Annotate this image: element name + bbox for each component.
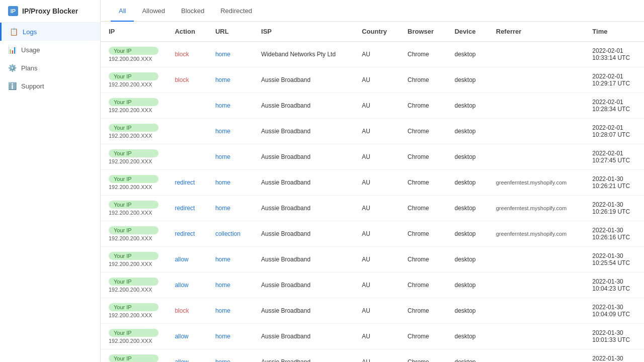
url-link[interactable]: home — [215, 333, 230, 340]
col-ip: IP — [101, 22, 167, 42]
cell-device: desktop — [446, 324, 488, 349]
url-link[interactable]: home — [215, 282, 230, 289]
cell-browser: Chrome — [399, 324, 446, 349]
tab-redirected[interactable]: Redirected — [212, 0, 260, 22]
cell-isp: Aussie Broadband — [253, 170, 354, 196]
url-link[interactable]: home — [215, 358, 230, 362]
cell-url[interactable]: home — [207, 67, 253, 93]
sidebar-item-usage[interactable]: 📊 Usage — [0, 41, 100, 59]
cell-ip: Your IP192.200.200.XXX — [101, 144, 167, 170]
col-time: Time — [584, 22, 644, 42]
cell-browser: Chrome — [399, 119, 446, 144]
ip-address: 192.200.200.XXX — [109, 133, 158, 139]
action-label: redirect — [175, 205, 195, 212]
action-label: block — [175, 51, 189, 58]
cell-time: 2022-02-0110:33:14 UTC — [584, 42, 644, 67]
sidebar-label-usage: Usage — [21, 46, 40, 54]
table-row: Your IP192.200.200.XXXhomeAussie Broadba… — [101, 119, 644, 144]
usage-icon: 📊 — [8, 46, 16, 54]
url-link[interactable]: home — [215, 205, 230, 212]
cell-url[interactable]: home — [207, 119, 253, 144]
cell-referrer — [488, 144, 585, 170]
cell-action: block — [167, 42, 207, 67]
cell-url[interactable]: home — [207, 93, 253, 119]
cell-isp: Aussie Broadband — [253, 273, 354, 298]
url-link[interactable]: home — [215, 179, 230, 186]
sidebar-label-support: Support — [21, 82, 44, 90]
cell-country: AU — [354, 324, 399, 349]
cell-url[interactable]: collection — [207, 221, 253, 247]
tab-all[interactable]: All — [111, 0, 134, 22]
cell-time: 2022-02-0110:27:45 UTC — [584, 144, 644, 170]
cell-country: AU — [354, 144, 399, 170]
cell-isp: Aussie Broadband — [253, 144, 354, 170]
url-link[interactable]: home — [215, 51, 230, 58]
cell-url[interactable]: home — [207, 273, 253, 298]
cell-referrer — [488, 67, 585, 93]
ip-address: 192.200.200.XXX — [109, 81, 158, 87]
cell-action: allow — [167, 273, 207, 298]
ip-address: 192.200.200.XXX — [109, 235, 158, 241]
cell-referrer: greenferntest.myshopify.com — [488, 170, 585, 196]
cell-ip: Your IP192.200.200.XXX — [101, 273, 167, 298]
cell-time: 2022-01-3010:04:09 UTC — [584, 298, 644, 324]
cell-ip: Your IP192.200.200.XXX — [101, 324, 167, 349]
table-row: Your IP192.200.200.XXXredirectcollection… — [101, 221, 644, 247]
table-row: Your IP192.200.200.XXXhomeAussie Broadba… — [101, 93, 644, 119]
url-link[interactable]: home — [215, 256, 230, 263]
tab-allowed[interactable]: Allowed — [134, 0, 173, 22]
cell-device: desktop — [446, 67, 488, 93]
table-row: Your IP192.200.200.XXXhomeAussie Broadba… — [101, 144, 644, 170]
cell-referrer — [488, 119, 585, 144]
cell-device: desktop — [446, 119, 488, 144]
url-link[interactable]: home — [215, 128, 230, 135]
url-link[interactable]: home — [215, 153, 230, 160]
cell-time: 2022-01-3010:26:21 UTC — [584, 170, 644, 196]
sidebar-item-plans[interactable]: ⚙️ Plans — [0, 59, 100, 77]
url-link[interactable]: home — [215, 307, 230, 314]
sidebar-item-logs[interactable]: 📋 Logs — [0, 23, 100, 41]
cell-isp: Aussie Broadband — [253, 247, 354, 273]
cell-ip: Your IP192.200.200.XXX — [101, 221, 167, 247]
ip-badge: Your IP — [109, 354, 158, 362]
cell-url[interactable]: home — [207, 324, 253, 349]
cell-url[interactable]: home — [207, 298, 253, 324]
cell-referrer — [488, 247, 585, 273]
ip-badge: Your IP — [109, 201, 158, 209]
url-link[interactable]: home — [215, 76, 230, 83]
url-link[interactable]: home — [215, 102, 230, 109]
sidebar-item-support[interactable]: ℹ️ Support — [0, 77, 100, 95]
cell-device: desktop — [446, 273, 488, 298]
plans-icon: ⚙️ — [8, 64, 16, 72]
cell-action — [167, 144, 207, 170]
cell-isp: Wideband Networks Pty Ltd — [253, 42, 354, 67]
cell-browser: Chrome — [399, 196, 446, 221]
cell-url[interactable]: home — [207, 247, 253, 273]
action-label: block — [175, 76, 189, 83]
ip-address: 192.200.200.XXX — [109, 107, 158, 113]
cell-referrer — [488, 42, 585, 67]
ip-address: 192.200.200.XXX — [109, 261, 158, 267]
cell-url[interactable]: home — [207, 196, 253, 221]
cell-isp: Aussie Broadband — [253, 349, 354, 363]
cell-isp: Aussie Broadband — [253, 298, 354, 324]
cell-ip: Your IP192.200.200.XXX — [101, 298, 167, 324]
cell-url[interactable]: home — [207, 349, 253, 363]
logs-table-container: IP Action URL ISP Country Browser Device… — [101, 22, 644, 362]
cell-ip: Your IP192.200.200.XXX — [101, 119, 167, 144]
cell-action: allow — [167, 349, 207, 363]
col-isp: ISP — [253, 22, 354, 42]
cell-device: desktop — [446, 221, 488, 247]
url-link[interactable]: collection — [215, 230, 240, 237]
table-row: Your IP192.200.200.XXXallowhomeAussie Br… — [101, 247, 644, 273]
cell-referrer: greenferntest.myshopify.com — [488, 221, 585, 247]
tab-blocked[interactable]: Blocked — [173, 0, 212, 22]
action-label: block — [175, 307, 189, 314]
cell-url[interactable]: home — [207, 144, 253, 170]
cell-url[interactable]: home — [207, 170, 253, 196]
table-row: Your IP192.200.200.XXXallowhomeAussie Br… — [101, 349, 644, 363]
table-row: Your IP192.200.200.XXXallowhomeAussie Br… — [101, 273, 644, 298]
cell-url[interactable]: home — [207, 42, 253, 67]
cell-country: AU — [354, 42, 399, 67]
ip-badge: Your IP — [109, 226, 158, 234]
